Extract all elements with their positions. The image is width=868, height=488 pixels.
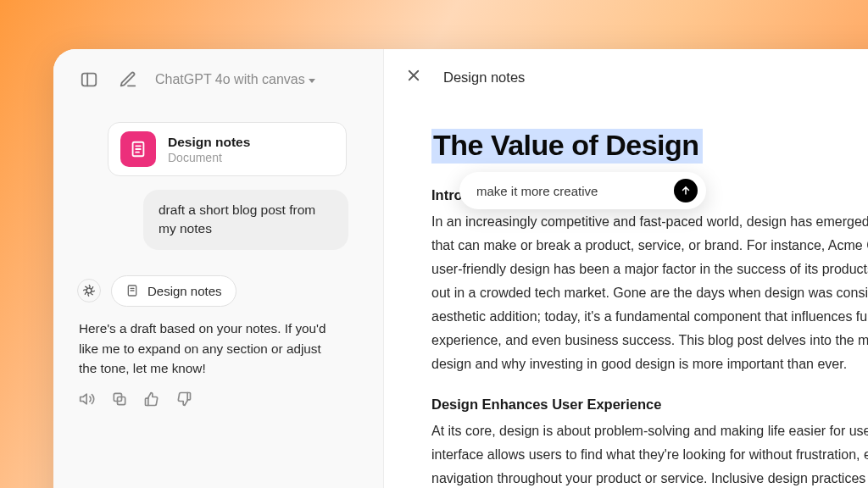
user-message: draft a short blog post from my notes (143, 190, 348, 250)
svg-rect-0 (82, 74, 97, 86)
copy-button[interactable] (111, 391, 128, 408)
close-canvas-button[interactable] (406, 68, 425, 86)
model-name: ChatGPT 4o with canvas (155, 72, 305, 87)
section-intro: Introduction In an increasingly competit… (431, 187, 868, 376)
chat-header: ChatGPT 4o with canvas (77, 68, 359, 92)
send-button[interactable] (674, 179, 698, 202)
assistant-avatar-icon (77, 279, 101, 302)
thumbs-up-button[interactable] (143, 391, 160, 408)
attachment-subtitle: Document (168, 151, 250, 164)
attachment-text: Design notes Document (168, 135, 250, 164)
canvas-panel: Design notes The Value of Design Introdu… (384, 49, 868, 488)
attachment-card[interactable]: Design notes Document (108, 122, 347, 176)
collapse-sidebar-button[interactable] (77, 68, 101, 92)
selection-prompt-input[interactable]: make it more creative (459, 172, 706, 209)
canvas-title: Design notes (443, 69, 525, 86)
new-chat-button[interactable] (116, 68, 140, 92)
chip-label: Design notes (147, 284, 222, 298)
section-ux: Design Enhances User Experience At its c… (431, 396, 868, 488)
canvas-header: Design notes (406, 68, 868, 86)
chevron-down-icon (309, 79, 315, 83)
model-selector[interactable]: ChatGPT 4o with canvas (155, 72, 315, 87)
assistant-message-header: Design notes (77, 275, 359, 307)
chat-panel: ChatGPT 4o with canvas Design notes Docu… (53, 49, 384, 488)
thumbs-down-button[interactable] (175, 391, 192, 408)
read-aloud-button[interactable] (79, 391, 96, 408)
svg-marker-10 (81, 394, 87, 404)
section-paragraph[interactable]: At its core, design is about problem-sol… (431, 419, 868, 488)
message-actions (79, 391, 359, 408)
assistant-message-body: Here's a draft based on your notes. If y… (79, 319, 342, 379)
selection-prompt-text[interactable]: make it more creative (476, 184, 598, 198)
attachment-title: Design notes (168, 135, 250, 150)
app-window: ChatGPT 4o with canvas Design notes Docu… (53, 49, 868, 488)
canvas-document-chip[interactable]: Design notes (111, 275, 236, 307)
section-paragraph[interactable]: In an increasingly competitive and fast-… (431, 210, 868, 376)
section-heading[interactable]: Design Enhances User Experience (431, 396, 868, 413)
document-icon (120, 131, 156, 167)
document-heading[interactable]: The Value of Design (431, 129, 703, 164)
